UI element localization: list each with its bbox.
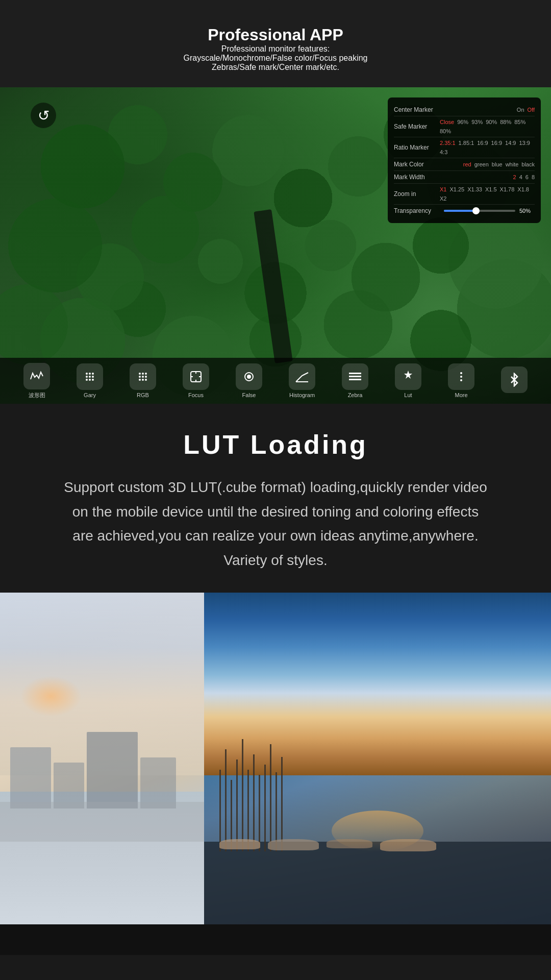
zoom-in-row: Zoom in X1 X1.25 X1.33 X1.5 X1.78 X1.8 X… [394, 184, 535, 205]
center-marker-values: On Off [517, 107, 535, 113]
waveform-icon [23, 363, 50, 389]
svg-point-13 [142, 376, 144, 378]
center-marker-label: Center Marker [394, 106, 440, 113]
ratio-43[interactable]: 4:3 [440, 149, 447, 155]
color-blue[interactable]: blue [492, 161, 503, 167]
toolbar-false[interactable]: False [236, 363, 262, 398]
svg-point-7 [89, 379, 91, 381]
toolbar-bluetooth[interactable] [501, 366, 528, 395]
center-marker-on[interactable]: On [517, 107, 524, 113]
safe-80[interactable]: 80% [440, 128, 451, 134]
lut-section: LUT Loading Support custom 3D LUT(.cube … [0, 404, 551, 593]
mast-7 [253, 754, 255, 851]
sun-glow [20, 676, 82, 717]
toolbar-zebra[interactable]: Zebra [342, 363, 368, 398]
gary-icon [77, 363, 103, 390]
transparency-slider-container: 50% [444, 208, 535, 214]
safe-93[interactable]: 93% [471, 119, 483, 125]
ratio-149[interactable]: 14:9 [505, 140, 516, 146]
camera-toolbar: 波形图 Gary RGB [0, 358, 551, 404]
transparency-label: Transparency [394, 207, 440, 214]
zoom-x1[interactable]: X1 [440, 186, 446, 192]
safe-marker-active[interactable]: Close [440, 119, 454, 125]
buildings [0, 709, 204, 808]
toolbar-lut[interactable]: Lut [395, 363, 421, 398]
width-4[interactable]: 4 [519, 174, 522, 180]
boat-1 [219, 839, 260, 849]
mark-color-row: Mark Color red green blue white black [394, 158, 535, 171]
mast-2 [225, 749, 227, 851]
toolbar-histogram[interactable]: Histogram [289, 363, 315, 398]
safe-88[interactable]: 88% [500, 119, 511, 125]
zoom-x133[interactable]: X1.33 [467, 186, 482, 192]
ratio-235[interactable]: 2.35:1 [440, 140, 456, 146]
width-6[interactable]: 6 [525, 174, 529, 180]
svg-marker-29 [404, 371, 412, 379]
svg-point-10 [142, 373, 144, 375]
histogram-label: Histogram [289, 392, 315, 398]
zoom-x15[interactable]: X1.5 [485, 186, 497, 192]
color-red[interactable]: red [463, 161, 471, 167]
mark-color-values: red green blue white black [463, 161, 535, 167]
transparency-slider[interactable] [444, 210, 515, 212]
svg-point-14 [145, 376, 147, 378]
zoom-x178[interactable]: X1.78 [500, 186, 515, 192]
rgb-label: RGB [137, 392, 149, 398]
zebra-icon [342, 363, 368, 390]
lut-description: Support custom 3D LUT(.cube format) load… [41, 475, 510, 572]
safe-96[interactable]: 96% [457, 119, 468, 125]
professional-section-header: Professional APP Professional monitor fe… [0, 0, 551, 87]
svg-point-24 [247, 375, 251, 378]
boat-2 [268, 839, 319, 850]
waveform-label: 波形图 [29, 391, 45, 399]
lut-icon [395, 363, 421, 390]
mast-10 [270, 744, 271, 851]
more-label: More [455, 392, 467, 398]
ratio-169a[interactable]: 16:9 [477, 140, 488, 146]
color-black[interactable]: black [521, 161, 535, 167]
transparency-value: 50% [519, 208, 535, 214]
mark-width-label: Mark Width [394, 174, 440, 181]
safe-85[interactable]: 85% [514, 119, 525, 125]
footer-bar [0, 924, 551, 955]
toolbar-rgb[interactable]: RGB [130, 363, 156, 398]
professional-title: Professional APP [41, 26, 510, 44]
ratio-139[interactable]: 13:9 [519, 140, 530, 146]
ratio-185[interactable]: 1.85:1 [459, 140, 474, 146]
zebra-label: Zebra [348, 392, 363, 398]
center-marker-off[interactable]: Off [528, 107, 535, 113]
zoom-x125[interactable]: X1.25 [449, 186, 464, 192]
svg-point-17 [145, 379, 147, 381]
zoom-x18[interactable]: X1.8 [517, 186, 529, 192]
width-2[interactable]: 2 [513, 174, 516, 180]
width-8[interactable]: 8 [532, 174, 535, 180]
svg-point-4 [89, 376, 91, 378]
safe-90[interactable]: 90% [486, 119, 497, 125]
svg-rect-28 [349, 379, 361, 380]
svg-point-2 [92, 373, 94, 375]
mark-width-row: Mark Width 2 4 6 8 [394, 171, 535, 184]
building-1 [10, 747, 51, 808]
toolbar-more[interactable]: More [448, 363, 474, 398]
mast-12 [281, 757, 283, 851]
toolbar-gary[interactable]: Gary [77, 363, 103, 398]
toolbar-focus[interactable]: Focus [183, 363, 209, 398]
svg-point-11 [145, 373, 147, 375]
svg-point-30 [460, 372, 462, 374]
svg-point-15 [139, 379, 141, 381]
svg-rect-26 [349, 373, 361, 374]
toolbar-waveform[interactable]: 波形图 [23, 363, 50, 399]
zoom-x2[interactable]: X2 [440, 195, 446, 202]
slider-thumb[interactable] [472, 207, 480, 214]
walkway [0, 802, 204, 842]
color-white[interactable]: white [506, 161, 519, 167]
mast-5 [242, 739, 243, 851]
color-green[interactable]: green [474, 161, 489, 167]
building-4 [140, 757, 176, 808]
more-icon [448, 363, 474, 390]
safe-marker-row: Safe Marker Close 96% 93% 90% 88% 85% 80… [394, 116, 535, 137]
transparency-row: Transparency 50% [394, 205, 535, 217]
ratio-169b[interactable]: 16:9 [491, 140, 502, 146]
mark-color-label: Mark Color [394, 161, 440, 168]
back-button[interactable]: ↺ [31, 103, 56, 128]
